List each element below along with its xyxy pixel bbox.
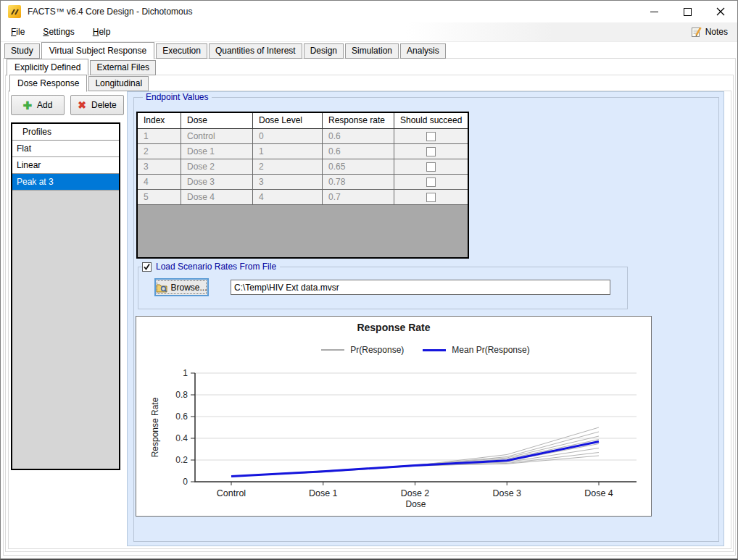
minimize-icon [650,12,658,12]
cell-dose: Dose 4 [181,190,253,205]
menu-file[interactable]: File [3,23,33,41]
col-header-response-rate: Response rate [323,113,394,129]
cell-response_rate: 0.78 [323,175,394,190]
response-rate-chart: Response Rate Pr(Response)Mean Pr(Respon… [136,316,652,517]
cell-dose_level: 2 [253,159,323,175]
menu-help[interactable]: Help [85,23,119,41]
tab-design[interactable]: Design [304,43,344,59]
y-tick-label: 1 [183,368,188,378]
endpoint-table: IndexDoseDose LevelResponse rateShould s… [136,112,469,259]
tab-simulation[interactable]: Simulation [345,43,399,59]
notes-icon [691,26,702,38]
browse-folder-icon [156,283,167,293]
series-pr-response [231,440,599,477]
main-tabstrip: StudyVirtual Subject ResponseExecutionQu… [4,42,447,59]
profile-item-linear[interactable]: Linear [12,157,119,174]
cell-dose: Dose 2 [181,159,253,175]
cell-response_rate: 0.7 [323,190,394,205]
cell-should-succeed [394,129,468,144]
profiles-listbox: Profiles FlatLinearPeak at 3 [11,122,120,470]
cell-response_rate: 0.6 [323,144,394,159]
subsubtab-longitudinal[interactable]: Longitudinal [88,76,149,91]
table-row: 3Dose 220.65 [138,159,468,175]
cell-index: 5 [138,190,181,205]
add-button[interactable]: ✚ Add [11,95,65,115]
subtab-explicitly-defined[interactable]: Explicitly Defined [7,59,88,76]
y-tick-label: 0 [183,477,188,487]
y-tick-label: 0.6 [175,411,188,422]
delete-button[interactable]: ✖ Delete [70,95,124,115]
subsubtab-dose-response[interactable]: Dose Response [9,75,87,92]
chart-svg: 00.20.40.60.81ControlDose 1Dose 2Dose 3D… [136,317,652,517]
col-header-dose: Dose [181,113,253,129]
load-file-groupbox: Load Scenario Rates From File Browse... [138,267,628,309]
x-category-label: Dose 2 [401,488,430,498]
y-tick-label: 0.2 [175,455,188,465]
table-empty-area [138,205,468,257]
should-succeed-checkbox[interactable] [426,193,436,202]
app-icon [8,5,21,18]
browse-button[interactable]: Browse... [154,278,209,296]
table-row: 5Dose 440.7 [138,190,468,205]
cell-dose_level: 0 [253,129,323,144]
browse-label: Browse... [170,283,207,293]
tab-study[interactable]: Study [4,43,40,59]
cell-should-succeed [394,190,468,205]
cell-dose_level: 1 [253,144,323,159]
tab-quantities-of-interest[interactable]: Quantities of Interest [209,43,302,59]
check-icon [143,263,151,271]
tab-execution[interactable]: Execution [156,43,207,59]
cell-index: 4 [138,175,181,190]
response-tabstrip: Explicitly DefinedExternal Files [7,59,157,75]
cell-dose_level: 4 [253,190,323,205]
add-plus-icon: ✚ [23,100,33,111]
table-row: 2Dose 110.6 [138,144,468,159]
file-path-input[interactable] [231,280,610,295]
table-row: 1Control00.6 [138,129,468,144]
load-file-checkbox[interactable] [142,262,152,272]
y-axis-label: Response Rate [150,397,160,457]
application-window: FACTS™ v6.4 Core Design - Dichotomous Fi… [0,0,738,560]
endpoint-values-label: Endpoint Values [143,92,212,102]
tab-analysis[interactable]: Analysis [400,43,446,59]
x-category-label: Dose 4 [584,488,613,498]
defined-tabstrip: Dose ResponseLongitudinal [9,75,150,91]
profiles-list: FlatLinearPeak at 3 [12,141,119,191]
cell-response_rate: 0.6 [323,129,394,144]
menu-settings[interactable]: Settings [35,23,82,41]
profiles-list-header: Profiles [12,124,119,141]
should-succeed-checkbox[interactable] [426,177,436,187]
cell-dose: Control [181,129,253,144]
cell-dose: Dose 3 [181,175,253,190]
x-category-label: Dose 3 [492,488,521,498]
subtab-external-files[interactable]: External Files [90,60,156,75]
minimize-button[interactable] [637,1,671,22]
y-tick-label: 0.8 [175,390,188,400]
cell-should-succeed [394,144,468,159]
cell-index: 3 [138,159,181,175]
should-succeed-checkbox[interactable] [426,162,436,172]
close-button[interactable] [704,1,737,22]
cell-should-succeed [394,159,468,175]
table-header-row: IndexDoseDose LevelResponse rateShould s… [138,113,468,129]
maximize-button[interactable] [671,1,704,22]
profile-item-flat[interactable]: Flat [12,141,119,157]
delete-label: Delete [91,100,117,110]
notes-label: Notes [705,27,728,37]
load-file-header: Load Scenario Rates From File [142,262,280,272]
should-succeed-checkbox[interactable] [426,147,436,156]
col-header-index: Index [138,113,181,129]
profile-item-peak-at-3[interactable]: Peak at 3 [12,174,119,191]
y-tick-label: 0.4 [175,433,188,443]
x-axis-label: Dose [405,499,426,509]
col-header-should-succeed: Should succeed [394,113,468,129]
delete-x-icon: ✖ [78,100,86,110]
cell-dose_level: 3 [253,175,323,190]
content-panel: Endpoint Values IndexDoseDose LevelRespo… [127,91,724,546]
should-succeed-checkbox[interactable] [426,132,436,141]
tab-virtual-subject-response[interactable]: Virtual Subject Response [41,42,155,59]
title-bar: FACTS™ v6.4 Core Design - Dichotomous [1,1,737,22]
add-label: Add [37,100,52,110]
notes-button[interactable]: Notes [687,24,731,40]
window-controls [637,1,737,22]
